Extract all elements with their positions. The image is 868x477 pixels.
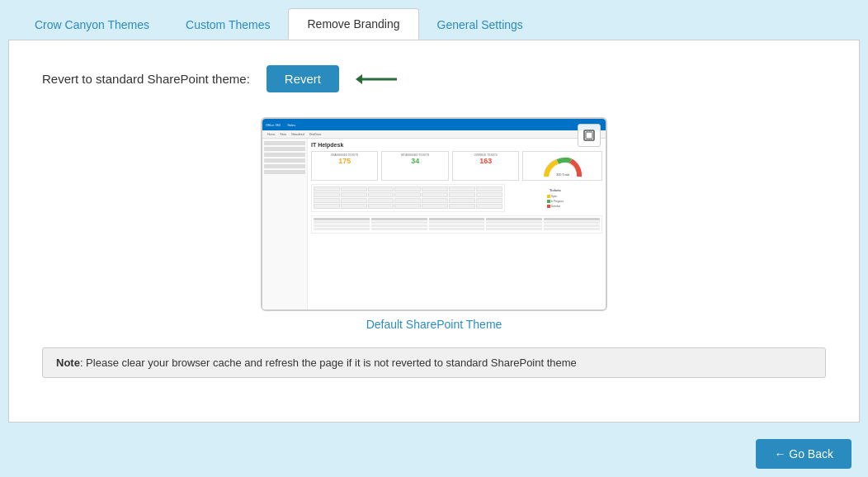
sp-office365-text: Office 365 — [266, 123, 281, 127]
tab-remove-branding[interactable]: Remove Branding — [288, 8, 418, 40]
svg-marker-1 — [356, 74, 362, 84]
sp-nav-item: Home — [267, 133, 275, 136]
tab-custom-themes[interactable]: Custom Themes — [167, 10, 288, 40]
sp-card2-value: 34 — [384, 157, 446, 165]
tab-crow-canyon[interactable]: Crow Canyon Themes — [17, 10, 167, 40]
note-bar: Note: Please clear your browser cache an… — [42, 347, 826, 378]
main-content: Revert to standard SharePoint theme: Rev… — [8, 40, 860, 423]
tab-bar: Crow Canyon Themes Custom Themes Remove … — [0, 0, 868, 40]
revert-button[interactable]: Revert — [267, 65, 339, 92]
preview-frame: Office 365 Sales Home Sites Newsfeed One… — [261, 117, 607, 311]
sp-sales-text: Sales — [287, 123, 295, 127]
sp-card3-value: 163 — [455, 157, 517, 165]
sp-nav-item: Newsfeed — [291, 133, 304, 136]
tab-general-settings[interactable]: General Settings — [419, 10, 541, 40]
arrow-right-icon — [356, 68, 401, 91]
revert-label: Revert to standard SharePoint theme: — [42, 72, 250, 86]
expand-button[interactable] — [578, 124, 601, 147]
sp-nav-item: Sites — [280, 133, 286, 136]
svg-rect-3 — [586, 132, 592, 139]
note-prefix: Note — [56, 357, 80, 369]
sp-card1-value: 175 — [314, 157, 375, 165]
sp-screenshot: Office 365 Sales Home Sites Newsfeed One… — [262, 119, 606, 309]
revert-row: Revert to standard SharePoint theme: Rev… — [42, 65, 826, 92]
preview-container: Office 365 Sales Home Sites Newsfeed One… — [42, 117, 826, 331]
sp-title: IT Helpdesk — [311, 142, 602, 148]
note-text: : Please clear your browser cache and re… — [80, 357, 577, 369]
svg-text:300 Total: 300 Total — [556, 172, 569, 177]
preview-label: Default SharePoint Theme — [366, 318, 502, 331]
sp-nav-item: OneDrive — [309, 133, 322, 136]
go-back-button[interactable]: ← Go Back — [756, 439, 851, 469]
footer: ← Go Back — [0, 431, 868, 477]
